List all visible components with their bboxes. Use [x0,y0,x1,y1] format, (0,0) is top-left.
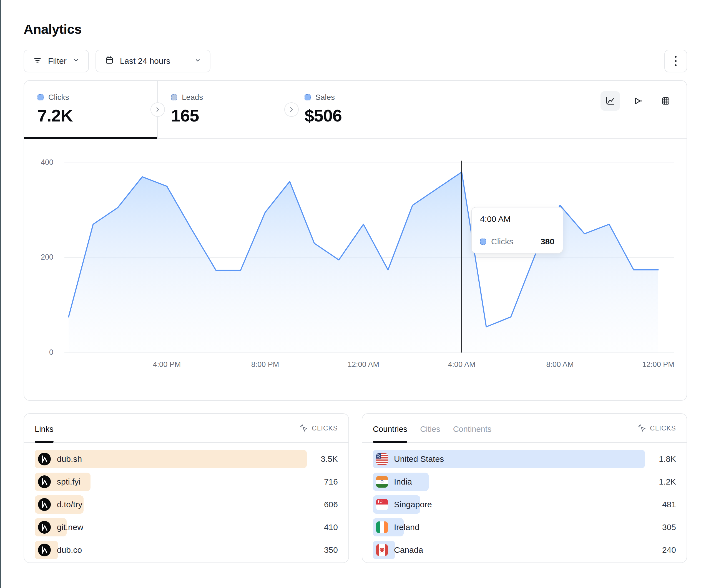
clicks-timeseries-chart[interactable]: 400 200 0 4:00 PM 8:00 PM 12:00 AM 4:00 … [24,139,687,400]
tab-clicks[interactable]: Clicks 7.2K [24,81,158,138]
kebab-dot [675,64,676,66]
analytics-chart-card: Clicks 7.2K Leads 165 Sales $506 [24,80,687,401]
link-clicks-value: 350 [307,545,338,555]
india-flag-icon [376,476,388,488]
expand-clicks-leads-button[interactable] [150,103,165,117]
filter-button-label: Filter [48,56,67,66]
tab-leads[interactable]: Leads 165 [158,81,291,138]
link-clicks-value: 606 [307,500,338,509]
table-view-button[interactable] [656,91,675,111]
window-edge [0,0,1,588]
date-range-label: Last 24 hours [120,56,170,66]
x-axis-tick: 12:00 PM [630,360,686,369]
country-row[interactable]: India 1.2K [373,473,676,491]
country-clicks-value: 305 [645,523,676,532]
funnel-view-button[interactable] [628,91,648,111]
y-axis-tick-200: 200 [30,253,53,262]
countries-card: Countries Cities Continents CLICKS [362,413,687,563]
tab-continents[interactable]: Continents [453,425,492,442]
tab-cities[interactable]: Cities [420,425,440,442]
tooltip-time: 4:00 AM [472,207,563,230]
line-chart-view-button[interactable] [601,91,620,111]
link-row[interactable]: git.new 410 [35,518,338,537]
x-axis-tick: 8:00 AM [532,360,588,369]
dub-logo-icon [38,475,51,488]
tooltip-value: 380 [541,237,555,246]
link-label: spti.fyi [57,477,81,487]
countries-card-header: Countries Cities Continents CLICKS [362,414,687,443]
dub-logo-icon [38,521,51,534]
y-axis-tick-400: 400 [30,158,53,167]
sales-legend-square-icon [305,94,311,100]
leads-legend-square-icon [171,94,177,100]
dub-logo-icon [38,453,51,466]
country-row[interactable]: Singapore 481 [373,495,676,514]
link-label: dub.sh [57,454,82,464]
calendar-icon [104,55,115,68]
chevron-right-icon [288,107,295,113]
countries-metric-toggle[interactable]: CLICKS [638,424,676,442]
clicks-tab-label: Clicks [48,93,69,102]
ireland-flag-icon [376,521,388,533]
dub-logo-icon [38,544,51,557]
link-label: d.to/try [57,500,83,509]
kebab-dot [675,56,676,58]
toolbar: Filter Last 24 hours [24,50,687,72]
country-row[interactable]: Canada 240 [373,541,676,559]
country-label: Ireland [394,523,419,532]
us-flag-icon [376,453,388,465]
more-options-button[interactable] [664,50,687,72]
links-card: Links CLICKS dub.sh [24,413,349,563]
chart-view-switcher [601,91,675,111]
chevron-right-icon [155,107,161,113]
date-range-button[interactable]: Last 24 hours [95,50,211,72]
filter-button[interactable]: Filter [24,50,89,72]
stats-tabs-row: Clicks 7.2K Leads 165 Sales $506 [24,81,687,139]
funnel-icon [632,95,644,107]
tab-links[interactable]: Links [35,425,53,442]
link-row[interactable]: d.to/try 606 [35,495,338,514]
link-row[interactable]: dub.co 350 [35,541,338,559]
link-label: dub.co [57,545,82,555]
links-metric-label: CLICKS [312,424,338,432]
link-row[interactable]: spti.fyi 716 [35,473,338,491]
chevron-down-icon [193,56,202,67]
x-axis-tick: 8:00 PM [237,360,293,369]
country-row[interactable]: United States 1.8K [373,450,676,468]
link-clicks-value: 716 [307,477,338,487]
country-row[interactable]: Ireland 305 [373,518,676,537]
tab-sales[interactable]: Sales $506 [291,81,425,138]
country-clicks-value: 1.8K [645,454,676,464]
sales-tab-value: $506 [305,106,425,126]
links-metric-toggle[interactable]: CLICKS [300,424,338,442]
tab-countries[interactable]: Countries [373,425,407,442]
clicks-tab-value: 7.2K [38,106,157,126]
kebab-dot [675,60,676,62]
y-axis-tick-0: 0 [30,348,53,357]
country-clicks-value: 240 [645,545,676,555]
countries-metric-label: CLICKS [650,424,676,432]
link-row[interactable]: dub.sh 3.5K [35,450,338,468]
chart-tooltip: 4:00 AM Clicks 380 [471,207,563,253]
country-clicks-value: 1.2K [645,477,676,487]
link-clicks-value: 3.5K [307,454,338,464]
singapore-flag-icon [376,499,388,510]
country-clicks-value: 481 [645,500,676,509]
x-axis-tick: 4:00 AM [434,360,490,369]
expand-leads-sales-button[interactable] [284,103,299,117]
country-label: Canada [394,545,423,555]
links-card-header: Links CLICKS [24,414,348,443]
filter-icon [32,55,43,68]
sales-tab-label: Sales [316,93,335,102]
dub-logo-icon [38,498,51,511]
countries-list: United States 1.8K [362,443,687,559]
analytics-page: Analytics Filter Last 24 hours [0,0,711,563]
country-label: Singapore [394,500,432,509]
table-grid-icon [660,95,672,107]
chevron-down-icon [72,56,81,67]
area-fill [69,172,658,353]
breakdown-cards-row: Links CLICKS dub.sh [24,413,687,563]
link-clicks-value: 410 [307,523,338,532]
cursor-click-icon [300,424,308,433]
country-label: United States [394,454,444,464]
